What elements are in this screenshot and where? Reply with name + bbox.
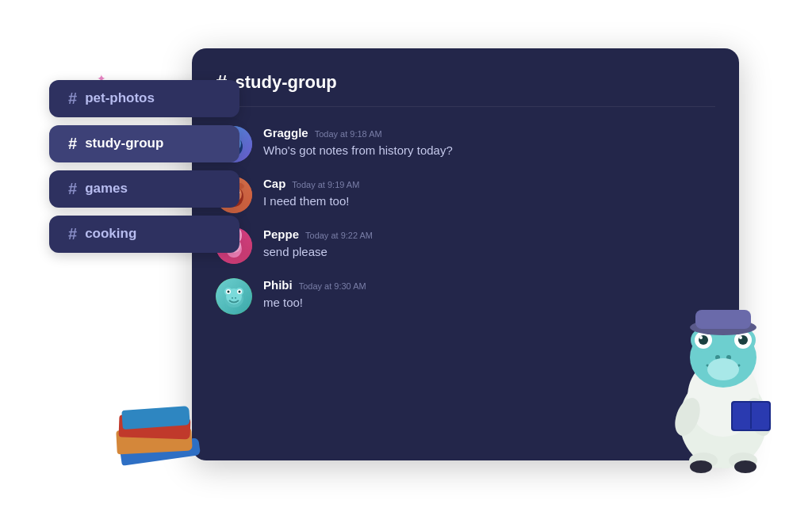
message-text: I need them too! (263, 193, 359, 210)
message-header: Graggle Today at 9:18 AM (263, 126, 453, 139)
svg-point-40 (235, 297, 236, 299)
chat-header: # study-group (216, 71, 715, 107)
channel-item-games[interactable]: # games (49, 170, 239, 208)
message-time: Today at 9:18 AM (315, 129, 382, 139)
message-author: Cap (263, 177, 285, 190)
message-author: Graggle (263, 126, 308, 139)
message-time: Today at 9:22 AM (305, 231, 373, 240)
svg-point-59 (699, 336, 703, 339)
message-header: Phibi Today at 9:30 AM (263, 278, 366, 292)
hash-icon: # (68, 180, 77, 198)
message-time: Today at 9:19 AM (292, 180, 359, 189)
message-content: Phibi Today at 9:30 AM me too! (263, 278, 366, 311)
message-time: Today at 9:30 AM (299, 281, 366, 291)
frog-character (644, 270, 802, 476)
hash-icon: # (68, 135, 77, 153)
message-row: Cap Today at 9:19 AM I need them too! (216, 177, 715, 213)
message-content: Graggle Today at 9:18 AM Who's got notes… (263, 126, 453, 159)
message-content: Peppe Today at 9:22 AM send please (263, 227, 373, 261)
main-scene: ✦ ✦ ✦ ✦ # pet-photos # study-group # gam… (49, 48, 763, 460)
svg-point-39 (232, 297, 233, 299)
message-row: Phibi Today at 9:30 AM me too! (216, 278, 715, 315)
channel-list: # pet-photos # study-group # games # coo… (49, 80, 239, 253)
message-text: send please (263, 243, 373, 261)
svg-point-46 (734, 460, 756, 473)
books-decoration (113, 389, 208, 468)
svg-point-37 (228, 290, 230, 292)
message-row: Peppe Today at 9:22 AM send please (216, 227, 715, 264)
message-author: Peppe (263, 227, 299, 241)
svg-rect-65 (695, 310, 751, 329)
message-row: Graggle Today at 9:18 AM Who's got notes… (216, 126, 715, 162)
channel-label: cooking (85, 226, 136, 242)
channel-item-pet-photos[interactable]: # pet-photos (49, 80, 239, 117)
hash-icon: # (68, 90, 77, 108)
message-content: Cap Today at 9:19 AM I need them too! (263, 177, 359, 210)
message-text: me too! (263, 294, 366, 311)
channel-item-study-group[interactable]: # study-group (49, 125, 239, 162)
svg-point-38 (239, 290, 241, 292)
svg-point-45 (690, 460, 712, 473)
message-author: Phibi (263, 278, 293, 292)
channel-label: study-group (85, 136, 163, 151)
channel-item-cooking[interactable]: # cooking (49, 216, 239, 253)
chat-channel-title: study-group (235, 72, 336, 93)
message-header: Peppe Today at 9:22 AM (263, 227, 373, 241)
svg-point-60 (739, 336, 742, 339)
message-text: Who's got notes from history today? (263, 142, 453, 159)
svg-point-63 (707, 358, 739, 380)
channel-label: pet-photos (85, 90, 155, 106)
hash-icon: # (68, 225, 77, 243)
message-header: Cap Today at 9:19 AM (263, 177, 359, 190)
message-list: Graggle Today at 9:18 AM Who's got notes… (216, 126, 715, 315)
avatar-phibi (216, 278, 252, 315)
channel-label: games (85, 181, 128, 197)
